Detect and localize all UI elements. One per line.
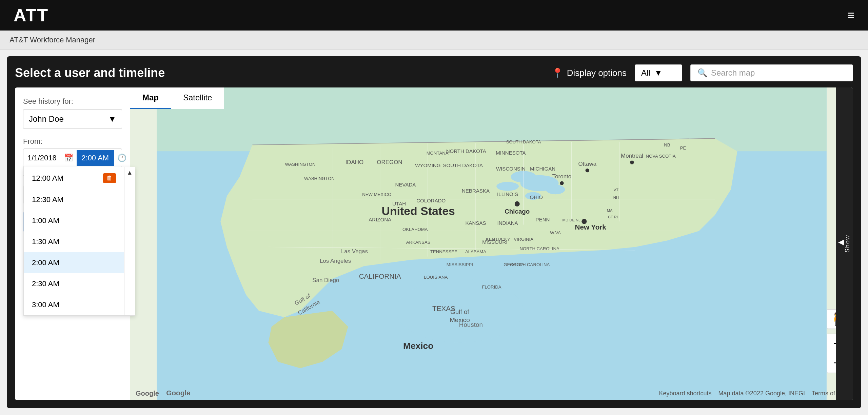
svg-text:Los Angeles: Los Angeles [320, 258, 351, 264]
time-option-3[interactable]: 1:30 AM [24, 231, 124, 252]
svg-text:NOVA SCOTIA: NOVA SCOTIA [646, 154, 676, 159]
svg-text:NEVADA: NEVADA [395, 182, 416, 187]
from-date-field[interactable]: 1/1/2018 [23, 149, 61, 167]
side-show-label: Show [844, 235, 851, 253]
map-data-text: Map data ©2022 Google, INEGI [718, 390, 805, 397]
svg-text:OHIO: OHIO [530, 194, 542, 200]
from-clock-icon[interactable]: 🕐 [114, 154, 130, 162]
dropdown-scroll-col: ▲ [124, 167, 135, 315]
svg-text:KANSAS: KANSAS [465, 220, 486, 226]
svg-text:NORTH DAKOTA: NORTH DAKOTA [446, 148, 486, 154]
menu-icon[interactable]: ≡ [847, 8, 854, 22]
svg-text:ARKANSAS: ARKANSAS [406, 240, 431, 245]
svg-text:Mexico: Mexico [403, 341, 433, 351]
svg-text:New York: New York [575, 223, 606, 231]
user-dropdown[interactable]: John Doe ▼ [23, 109, 122, 129]
tab-satellite[interactable]: Satellite [171, 87, 224, 109]
svg-text:MONTANA: MONTANA [427, 151, 449, 156]
map-footer-right: Keyboard shortcuts Map data ©2022 Google… [659, 390, 848, 397]
time-option-6[interactable]: 3:00 AM [24, 294, 124, 315]
svg-text:Las Vegas: Las Vegas [341, 248, 368, 255]
svg-text:NORTH CAROLINA: NORTH CAROLINA [519, 246, 559, 251]
svg-text:MD DE NJ: MD DE NJ [563, 218, 580, 222]
all-dropdown-value: All [641, 68, 650, 78]
top-nav: ATT ≡ [0, 0, 868, 31]
svg-text:FLORIDA: FLORIDA [482, 284, 501, 290]
svg-text:CALIFORNIA: CALIFORNIA [359, 272, 401, 280]
svg-text:San Diego: San Diego [312, 277, 339, 283]
svg-text:WASHINGTON: WASHINGTON [285, 162, 316, 167]
svg-text:ALABAMA: ALABAMA [465, 249, 486, 254]
svg-text:NEBRASKA: NEBRASKA [462, 188, 490, 194]
svg-text:Toronto: Toronto [552, 173, 571, 180]
svg-text:ARIZONA: ARIZONA [369, 217, 391, 222]
svg-text:INDIANA: INDIANA [497, 220, 518, 226]
svg-text:MICHIGAN: MICHIGAN [530, 166, 555, 172]
svg-text:MISSISSIPPI: MISSISSIPPI [447, 262, 473, 267]
svg-text:Mexico: Mexico [450, 316, 470, 323]
svg-text:OKLAHOMA: OKLAHOMA [402, 227, 428, 232]
svg-text:NB: NB [664, 142, 670, 147]
scroll-up-arrow[interactable]: ▲ [122, 167, 138, 178]
body-row: See history for: John Doe ▼ From: 1/1/20… [15, 87, 853, 400]
map-background: United States CALIFORNIA Las Vegas Los A… [130, 87, 853, 400]
search-map-placeholder: Search map [711, 68, 755, 78]
svg-text:KENTUCKY: KENTUCKY [486, 237, 510, 242]
svg-point-76 [586, 169, 589, 172]
from-date-time-row: 1/1/2018 📅 2:00 AM 🕐 12:00 AM 🗑 12:30 [23, 149, 122, 167]
search-map-box[interactable]: 🔍 Search map [690, 64, 853, 81]
tab-map[interactable]: Map [130, 87, 171, 109]
google-logo: Google [136, 390, 159, 397]
from-time-field[interactable]: 2:00 AM [77, 150, 114, 166]
all-dropdown[interactable]: All ▼ [635, 64, 682, 81]
svg-text:Gulf of: Gulf of [450, 308, 469, 315]
svg-text:MA: MA [607, 209, 613, 213]
svg-text:IDAHO: IDAHO [346, 159, 364, 165]
svg-text:OREGON: OREGON [377, 159, 402, 165]
time-option-5[interactable]: 2:30 AM [24, 273, 124, 294]
svg-text:NH: NH [613, 196, 619, 200]
side-arrow-icon: ◀ [838, 238, 844, 246]
svg-point-6 [496, 182, 519, 191]
svg-text:TENNESSEE: TENNESSEE [430, 249, 457, 254]
svg-text:W.VA: W.VA [550, 230, 561, 235]
side-show-panel[interactable]: ◀ Show [836, 87, 853, 400]
svg-text:CT RI: CT RI [608, 215, 618, 219]
main-title: Select a user and timeline [15, 66, 544, 80]
svg-point-74 [560, 181, 564, 185]
map-area: Map Satellite [130, 87, 853, 400]
svg-text:VIRGINIA: VIRGINIA [514, 237, 533, 242]
svg-text:Chicago: Chicago [505, 208, 530, 215]
svg-text:WYOMING: WYOMING [415, 162, 440, 168]
history-label: See history for: [23, 97, 122, 106]
time-dropdown: 12:00 AM 🗑 12:30 AM 1:00 AM 1:30 AM [23, 167, 135, 316]
delete-time-icon-0[interactable]: 🗑 [103, 173, 116, 183]
svg-text:WASHINGTON: WASHINGTON [304, 176, 335, 181]
user-value: John Doe [29, 114, 64, 124]
svg-point-70 [515, 201, 520, 206]
svg-text:MINNESOTA: MINNESOTA [496, 150, 526, 156]
svg-text:SOUTH DAKOTA: SOUTH DAKOTA [443, 162, 483, 168]
display-options-button[interactable]: 📍 Display options [552, 67, 627, 79]
svg-text:PE: PE [680, 145, 686, 151]
svg-text:SOUTH DAKOTA: SOUTH DAKOTA [506, 139, 541, 144]
svg-text:Ottawa: Ottawa [578, 161, 596, 167]
from-label: From: [23, 137, 122, 146]
time-option-4[interactable]: 2:00 AM [24, 252, 124, 273]
main-content: Select a user and timeline 📍 Display opt… [7, 56, 861, 408]
keyboard-shortcuts-link[interactable]: Keyboard shortcuts [659, 390, 711, 397]
svg-text:Montreal: Montreal [621, 153, 643, 159]
svg-text:VT: VT [614, 188, 619, 192]
time-option-0[interactable]: 12:00 AM 🗑 [24, 167, 124, 189]
from-calendar-icon[interactable]: 📅 [61, 154, 77, 162]
dropdown-chevron-icon: ▼ [108, 114, 116, 124]
map-tabs: Map Satellite [130, 87, 224, 109]
svg-point-5 [546, 185, 565, 194]
time-option-2[interactable]: 1:00 AM [24, 210, 124, 231]
svg-text:NEW MEXICO: NEW MEXICO [362, 192, 391, 197]
subtitle-text: AT&T Workforce Manager [9, 36, 95, 44]
svg-text:WISCONSIN: WISCONSIN [496, 166, 526, 172]
time-option-1[interactable]: 12:30 AM [24, 189, 124, 210]
svg-text:COLORADO: COLORADO [416, 198, 446, 203]
chevron-down-icon: ▼ [654, 68, 663, 78]
